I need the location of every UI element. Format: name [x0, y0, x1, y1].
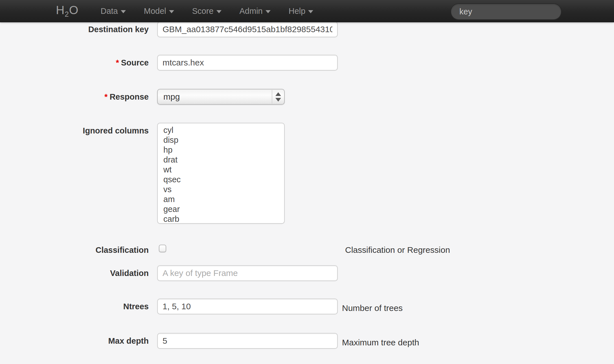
destination-key-input[interactable] — [157, 21, 338, 37]
label-validation-text: Validation — [110, 269, 149, 278]
nav-item-data[interactable]: Data — [91, 0, 135, 22]
label-source-text: Source — [121, 58, 149, 67]
label-validation: Validation — [0, 265, 149, 281]
ignored-columns-listbox[interactable]: cyldisphpdratwtqsecvsamgearcarb — [157, 123, 285, 224]
caret-down-icon — [121, 10, 126, 13]
required-asterisk: * — [104, 92, 108, 101]
listbox-option[interactable]: gear — [158, 204, 284, 214]
max-depth-input[interactable] — [157, 333, 338, 349]
caret-down-icon — [266, 10, 271, 13]
logo-h: H — [56, 3, 65, 17]
nav-item-model-label: Model — [144, 6, 166, 16]
label-classification: Classification — [0, 242, 149, 258]
label-ignored-columns: Ignored columns — [0, 123, 149, 139]
response-select-value: mpg — [163, 92, 180, 102]
nav-item-admin-label: Admin — [240, 6, 263, 16]
nav-item-score[interactable]: Score — [183, 0, 231, 22]
caret-down-icon — [216, 10, 222, 13]
nav-item-admin[interactable]: Admin — [231, 0, 280, 22]
label-ntrees: Ntrees — [0, 299, 149, 314]
label-max-depth: Max depth — [0, 333, 149, 349]
caret-down-icon — [169, 10, 174, 13]
source-input[interactable] — [157, 55, 338, 71]
listbox-option[interactable]: qsec — [158, 175, 284, 185]
listbox-option[interactable]: vs — [158, 185, 284, 194]
nav-item-help-label: Help — [289, 6, 306, 16]
h2o-logo[interactable]: H2O — [56, 3, 78, 19]
listbox-option[interactable]: carb — [158, 214, 284, 224]
label-classification-text: Classification — [95, 245, 149, 255]
nav-item-score-label: Score — [192, 6, 214, 16]
label-destination-key-text: Destination key — [88, 25, 149, 34]
ntrees-input[interactable] — [157, 299, 338, 314]
nav-menu: Data Model Score Admin Help — [91, 0, 322, 22]
nav-item-help[interactable]: Help — [280, 0, 323, 22]
stepper-up-icon — [275, 92, 281, 96]
label-destination-key: Destination key — [0, 21, 149, 37]
navbar: H2O Data Model Score Admin Help — [0, 0, 614, 22]
classification-checkbox[interactable] — [159, 245, 166, 252]
label-response: *Response — [0, 89, 149, 105]
label-ignored-columns-text: Ignored columns — [83, 126, 149, 135]
response-select[interactable]: mpg — [157, 89, 285, 105]
help-max-depth: Maximum tree depth — [342, 335, 419, 350]
help-classification: Classification or Regression — [345, 242, 450, 258]
caret-down-icon — [308, 10, 313, 13]
label-response-text: Response — [109, 92, 149, 101]
navbar-search-input[interactable] — [451, 3, 562, 20]
stepper-down-icon — [275, 98, 281, 102]
logo-sub: 2 — [65, 10, 69, 18]
label-max-depth-text: Max depth — [108, 336, 149, 345]
validation-input[interactable] — [157, 265, 338, 281]
select-stepper-icon — [272, 90, 284, 104]
listbox-option[interactable]: cyl — [158, 125, 284, 135]
nav-item-model[interactable]: Model — [135, 0, 183, 22]
help-ntrees: Number of trees — [342, 300, 403, 316]
required-asterisk: * — [116, 58, 119, 67]
listbox-option[interactable]: wt — [158, 165, 284, 175]
label-source: *Source — [0, 55, 149, 71]
listbox-option[interactable]: drat — [158, 155, 284, 165]
listbox-option[interactable]: disp — [158, 135, 284, 145]
logo-o: O — [69, 3, 79, 17]
nav-item-data-label: Data — [100, 6, 118, 16]
listbox-option[interactable]: hp — [158, 145, 284, 155]
label-ntrees-text: Ntrees — [123, 302, 149, 311]
listbox-option[interactable]: am — [158, 194, 284, 204]
